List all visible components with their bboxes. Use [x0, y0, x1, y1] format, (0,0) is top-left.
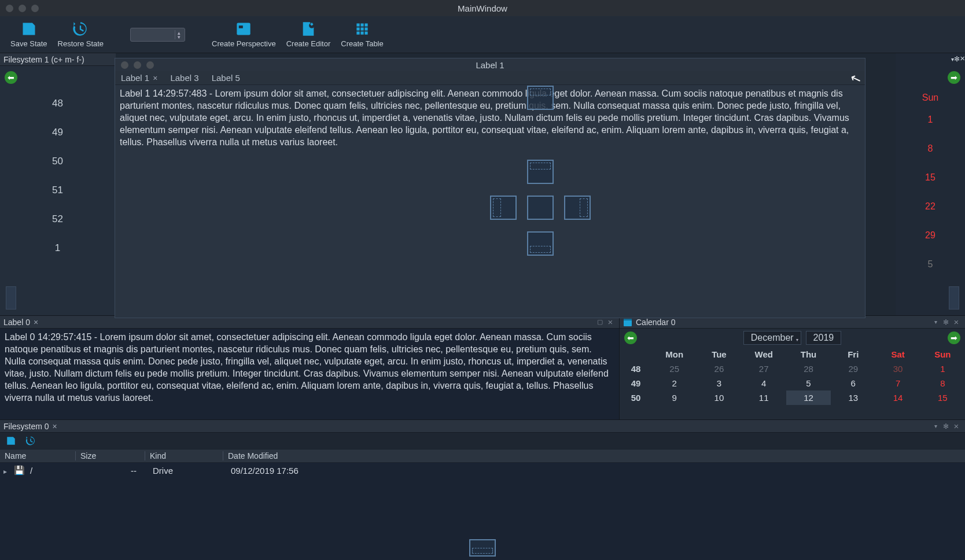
close-traffic-light[interactable]: [121, 61, 128, 69]
calendar-day-cell[interactable]: 14: [875, 390, 920, 405]
calendar-day-header: Sun: [920, 347, 965, 362]
calendar-week-number: 50: [620, 390, 652, 405]
expand-icon[interactable]: [3, 466, 14, 476]
calendar-day-header: Fri: [831, 347, 875, 362]
calendar-day-cell[interactable]: 9: [652, 390, 697, 405]
nav-next-button[interactable]: ➡: [948, 71, 960, 84]
tab[interactable]: Label 1×: [121, 73, 157, 83]
tab[interactable]: Label 5: [212, 73, 240, 83]
row-kind: Drive: [148, 466, 226, 476]
close-traffic-light[interactable]: [6, 5, 13, 12]
create-editor-button[interactable]: Create Editor: [286, 21, 331, 48]
sunday-cell[interactable]: 1: [896, 105, 965, 134]
calendar-day-cell[interactable]: 15: [920, 390, 965, 405]
col-size[interactable]: Size: [75, 451, 145, 460]
calendar-day-cell[interactable]: 12: [786, 390, 831, 405]
tab-label0-text: Label 0: [3, 318, 30, 327]
tab-filesystem0[interactable]: Filesystem 0 ×: [3, 422, 57, 431]
perspective-select[interactable]: ▲▼: [130, 28, 185, 42]
calendar-day-cell[interactable]: 27: [742, 362, 786, 376]
dock-target-bottom[interactable]: [527, 231, 554, 256]
sunday-cell[interactable]: 29: [896, 221, 965, 250]
filesystem-row[interactable]: 💾 / -- Drive 09/12/2019 17:56: [0, 463, 965, 478]
chevron-down-icon[interactable]: [930, 421, 941, 432]
close-tab-icon[interactable]: ×: [34, 318, 38, 327]
calendar-week-number: 49: [620, 376, 652, 390]
history-icon[interactable]: [25, 436, 36, 446]
tab-label: Label 3: [170, 73, 198, 83]
filesystem1-title: Filesystem 1 (c+ m- f-): [3, 55, 84, 64]
calendar-day-cell[interactable]: 11: [742, 390, 786, 405]
tab[interactable]: Label 3: [170, 73, 198, 83]
calendar-day-cell[interactable]: 30: [875, 362, 920, 376]
calendar-day-cell[interactable]: 26: [697, 362, 741, 376]
scroll-thumb-right[interactable]: [949, 286, 959, 310]
save-icon[interactable]: [6, 436, 16, 446]
floating-window[interactable]: Label 1 Label 1×Label 3Label 5 Label 1 1…: [115, 58, 865, 318]
calendar-day-cell[interactable]: 3: [697, 376, 741, 390]
calendar-prev-button[interactable]: ⬅: [624, 331, 637, 344]
disk-icon: 💾: [14, 465, 25, 476]
create-editor-label: Create Editor: [286, 39, 331, 48]
sunday-cell[interactable]: 22: [896, 192, 965, 221]
close-icon[interactable]: [951, 317, 962, 327]
gear-icon[interactable]: [941, 317, 951, 327]
dock-target-bottom[interactable]: [469, 539, 496, 557]
close-icon[interactable]: [951, 421, 962, 432]
minimize-icon[interactable]: ▢: [595, 317, 605, 327]
create-table-button[interactable]: Create Table: [341, 21, 383, 48]
dock-target-top-inner[interactable]: [527, 160, 554, 184]
calendar-day-cell[interactable]: 4: [742, 376, 786, 390]
zoom-traffic-light[interactable]: [146, 61, 154, 69]
dock-target-top[interactable]: [527, 86, 554, 110]
calendar-day-cell[interactable]: 29: [831, 362, 875, 376]
calendar-day-cell[interactable]: 7: [875, 376, 920, 390]
scroll-thumb[interactable]: [6, 286, 16, 310]
col-name[interactable]: Name: [0, 451, 75, 460]
col-date[interactable]: Date Modified: [223, 451, 965, 460]
calendar-next-button[interactable]: ➡: [948, 331, 960, 344]
nav-prev-button[interactable]: ⬅: [5, 71, 17, 84]
tab-label0[interactable]: Label 0 ×: [3, 318, 38, 327]
restore-state-button[interactable]: Restore State: [58, 21, 104, 48]
close-icon[interactable]: [605, 317, 616, 327]
calendar-month: December: [751, 333, 794, 342]
close-tab-icon[interactable]: ×: [153, 73, 157, 83]
calendar-year-select[interactable]: 2019: [806, 331, 842, 345]
calendar-day-cell[interactable]: 2: [652, 376, 697, 390]
sunday-cell[interactable]: 15: [896, 163, 965, 192]
window-titlebar: MainWindow: [0, 0, 965, 16]
create-perspective-button[interactable]: Create Perspective: [212, 21, 276, 48]
filesystem0-columns: Name Size Kind Date Modified: [0, 449, 965, 463]
floating-titlebar[interactable]: Label 1: [115, 58, 865, 71]
calendar-day-cell[interactable]: 13: [831, 390, 875, 405]
row-number: 52: [0, 205, 115, 234]
zoom-traffic-light[interactable]: [31, 5, 39, 12]
sunday-cell[interactable]: 5: [896, 250, 965, 279]
floating-title: Label 1: [476, 60, 504, 70]
restore-icon: [72, 21, 89, 37]
minimize-traffic-light[interactable]: [134, 61, 141, 69]
calendar-day-cell[interactable]: 10: [697, 390, 741, 405]
dock-target-center[interactable]: [527, 196, 554, 220]
calendar-day-cell[interactable]: 5: [786, 376, 831, 390]
gear-icon[interactable]: [941, 421, 951, 432]
calendar-month-select[interactable]: December▾: [743, 331, 801, 345]
save-state-button[interactable]: Save State: [10, 21, 47, 48]
calendar-day-cell[interactable]: 28: [786, 362, 831, 376]
calendar-day-cell[interactable]: 6: [831, 376, 875, 390]
dock-target-left[interactable]: [490, 196, 517, 220]
col-kind[interactable]: Kind: [145, 451, 223, 460]
calendar-day-cell[interactable]: 8: [920, 376, 965, 390]
close-tab-icon[interactable]: ×: [53, 422, 57, 431]
close-icon[interactable]: [960, 53, 965, 66]
sunday-cell[interactable]: 8: [896, 134, 965, 163]
filesystem0-title: Filesystem 0: [3, 422, 49, 431]
calendar-day-header: Sat: [875, 347, 920, 362]
calendar-day-cell[interactable]: 1: [920, 362, 965, 376]
minimize-traffic-light[interactable]: [19, 5, 26, 12]
gear-icon[interactable]: [954, 53, 960, 66]
dock-target-right[interactable]: [564, 196, 591, 220]
calendar-day-cell[interactable]: 25: [652, 362, 697, 376]
chevron-down-icon[interactable]: [930, 317, 941, 327]
